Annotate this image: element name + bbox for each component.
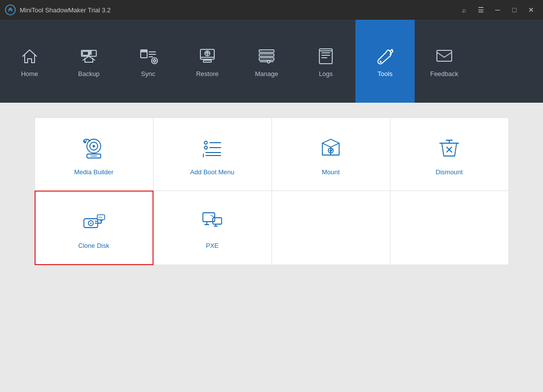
tools-grid: Media Builder Add Boot Menu (35, 118, 508, 265)
home-icon (19, 45, 40, 67)
pxe-icon (197, 206, 227, 236)
tool-clone-disk-label: Clone Disk (78, 242, 110, 249)
dismount-icon (434, 133, 464, 162)
maximize-button[interactable]: □ (507, 3, 521, 17)
media-builder-icon (79, 133, 109, 162)
feedback-icon (433, 45, 455, 67)
svg-point-23 (93, 145, 95, 147)
nav-feedback[interactable]: Feedback (415, 20, 474, 103)
svg-rect-7 (141, 51, 147, 52)
minimize-button[interactable]: ─ (491, 3, 504, 17)
nav-manage[interactable]: Manage (237, 20, 296, 103)
add-boot-menu-icon (197, 133, 227, 162)
tool-pxe[interactable]: PXE (153, 191, 272, 265)
svg-rect-20 (437, 50, 452, 61)
svg-rect-33 (213, 218, 222, 224)
tool-mount-label: Mount (322, 168, 340, 176)
main-content: Media Builder Add Boot Menu (0, 103, 543, 392)
restore-icon (196, 45, 218, 67)
svg-rect-16 (261, 55, 262, 55)
nav-logs[interactable]: Logs (296, 20, 355, 103)
clone-disk-icon (79, 206, 109, 236)
window-controls: ⌕ ☰ ─ □ ✕ (457, 3, 538, 17)
svg-point-17 (268, 60, 270, 63)
nav-sync[interactable]: Sync (118, 20, 178, 103)
backup-icon (78, 45, 100, 67)
menu-button[interactable]: ☰ (474, 3, 488, 17)
tool-dismount[interactable]: Dismount (390, 118, 509, 191)
tools-icon (374, 45, 396, 67)
tool-empty-1 (272, 191, 390, 265)
nav-sync-label: Sync (141, 70, 155, 78)
svg-point-26 (204, 146, 207, 149)
search-button[interactable]: ⌕ (457, 3, 471, 17)
nav-bar: Home Backup (0, 20, 543, 103)
nav-logs-label: Logs (319, 70, 333, 78)
svg-rect-2 (82, 51, 88, 55)
nav-home-label: Home (21, 70, 39, 78)
nav-tools[interactable]: Tools (355, 20, 415, 103)
svg-rect-5 (89, 53, 91, 54)
tool-empty-2 (390, 191, 509, 265)
svg-point-30 (90, 222, 92, 224)
title-bar: MiniTool ShadowMaker Trial 3.2 ⌕ ☰ ─ □ ✕ (0, 0, 543, 20)
app-logo (5, 4, 16, 15)
tool-media-builder[interactable]: Media Builder (35, 118, 154, 191)
nav-tools-label: Tools (378, 70, 392, 78)
nav-backup[interactable]: Backup (59, 20, 118, 103)
nav-restore[interactable]: Restore (178, 20, 237, 103)
tool-pxe-label: PXE (206, 242, 219, 249)
app-title: MiniTool ShadowMaker Trial 3.2 (20, 6, 457, 14)
nav-home[interactable]: Home (0, 20, 59, 103)
nav-feedback-label: Feedback (430, 70, 458, 78)
nav-restore-label: Restore (196, 70, 219, 78)
svg-rect-10 (203, 60, 211, 62)
close-button[interactable]: ✕ (524, 3, 538, 17)
tool-add-boot-menu-label: Add Boot Menu (190, 168, 234, 176)
tool-add-boot-menu[interactable]: Add Boot Menu (153, 118, 272, 191)
manage-icon (256, 45, 277, 67)
svg-rect-4 (89, 51, 91, 52)
tool-mount[interactable]: Mount (272, 118, 390, 191)
tool-clone-disk[interactable]: Clone Disk (35, 191, 154, 265)
svg-point-25 (204, 141, 207, 144)
tool-media-builder-label: Media Builder (74, 168, 114, 176)
svg-point-8 (152, 58, 157, 64)
svg-rect-14 (259, 58, 274, 60)
tool-dismount-label: Dismount (436, 168, 463, 176)
nav-backup-label: Backup (78, 70, 99, 78)
svg-point-19 (380, 61, 382, 63)
svg-rect-15 (261, 51, 262, 51)
mount-icon (316, 133, 346, 162)
logs-icon (315, 45, 337, 67)
sync-icon (137, 45, 159, 67)
nav-manage-label: Manage (255, 70, 278, 78)
